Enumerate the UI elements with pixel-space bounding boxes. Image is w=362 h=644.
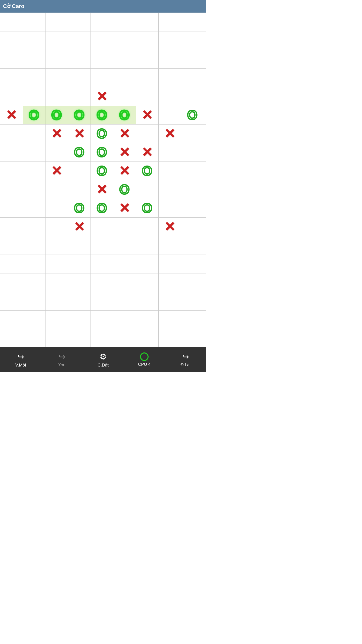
title-bar: Cờ Caro xyxy=(0,0,206,13)
piece-o-r7-c4[interactable]: O xyxy=(93,143,111,161)
vnew-label: V.Mới xyxy=(15,363,26,368)
piece-x-r4-c4[interactable]: ✕ xyxy=(93,88,111,105)
piece-o-r10-c4[interactable]: O xyxy=(93,199,111,217)
piece-x-r5-c0[interactable]: ✕ xyxy=(3,106,20,124)
piece-o-r7-c3[interactable]: O xyxy=(70,143,88,161)
vnew-icon: ↩ xyxy=(17,352,24,361)
bottom-bar: ↩ V.Mới ↩ You ⚙ C.Đặt CPU 4 ↪ Đ.Lai xyxy=(0,347,206,372)
piece-x-r9-c4[interactable]: ✕ xyxy=(93,181,111,198)
grid xyxy=(0,13,206,347)
piece-x-r6-c2[interactable]: ✕ xyxy=(48,125,65,142)
you-label: You xyxy=(58,363,66,368)
piece-o-r8-c6[interactable]: O xyxy=(138,162,156,180)
piece-o-r5-c8[interactable]: O xyxy=(184,106,201,124)
piece-x-r6-c7[interactable]: ✕ xyxy=(161,125,178,142)
btn-cpu4[interactable]: CPU 4 xyxy=(132,352,157,367)
piece-o-r5-c2[interactable]: O xyxy=(48,106,65,124)
piece-x-r8-c2[interactable]: ✕ xyxy=(48,162,65,180)
piece-o-r9-c5[interactable]: O xyxy=(116,181,133,198)
board-container[interactable]: ✕✕OOOOO✕O✕✕O✕✕OO✕✕✕O✕O✕OOO✕O✕✕ xyxy=(0,13,206,347)
piece-o-r5-c1[interactable]: O xyxy=(25,106,43,124)
btn-cdat[interactable]: ⚙ C.Đặt xyxy=(90,352,116,368)
cdat-label: C.Đặt xyxy=(98,363,109,368)
piece-o-r6-c4[interactable]: O xyxy=(93,125,111,142)
piece-x-r11-c7[interactable]: ✕ xyxy=(161,218,178,235)
piece-o-r10-c3[interactable]: O xyxy=(70,199,88,217)
piece-x-r11-c3[interactable]: ✕ xyxy=(70,218,88,235)
cpu4-circle-icon xyxy=(140,352,149,361)
piece-o-r5-c3[interactable]: O xyxy=(70,106,88,124)
piece-x-r7-c5[interactable]: ✕ xyxy=(116,143,133,161)
you-icon: ↩ xyxy=(59,352,65,361)
piece-o-r8-c4[interactable]: O xyxy=(93,162,111,180)
piece-o-r10-c6[interactable]: O xyxy=(138,199,156,217)
piece-o-r5-c4[interactable]: O xyxy=(93,106,111,124)
app-title: Cờ Caro xyxy=(3,3,24,10)
cdat-icon: ⚙ xyxy=(100,352,107,361)
cpu4-label: CPU 4 xyxy=(138,362,151,367)
piece-x-r6-c5[interactable]: ✕ xyxy=(116,125,133,142)
btn-dlai[interactable]: ↪ Đ.Lai xyxy=(173,352,198,368)
piece-x-r5-c6[interactable]: ✕ xyxy=(138,106,156,124)
piece-x-r6-c3[interactable]: ✕ xyxy=(70,125,88,142)
btn-you[interactable]: ↩ You xyxy=(49,352,74,368)
piece-x-r8-c5[interactable]: ✕ xyxy=(116,162,133,180)
piece-x-r10-c5[interactable]: ✕ xyxy=(116,199,133,217)
dlai-icon: ↪ xyxy=(182,352,189,361)
piece-o-r5-c5[interactable]: O xyxy=(116,106,133,124)
piece-x-r7-c6[interactable]: ✕ xyxy=(138,143,156,161)
btn-vnew[interactable]: ↩ V.Mới xyxy=(8,352,33,368)
dlai-label: Đ.Lai xyxy=(180,363,191,368)
